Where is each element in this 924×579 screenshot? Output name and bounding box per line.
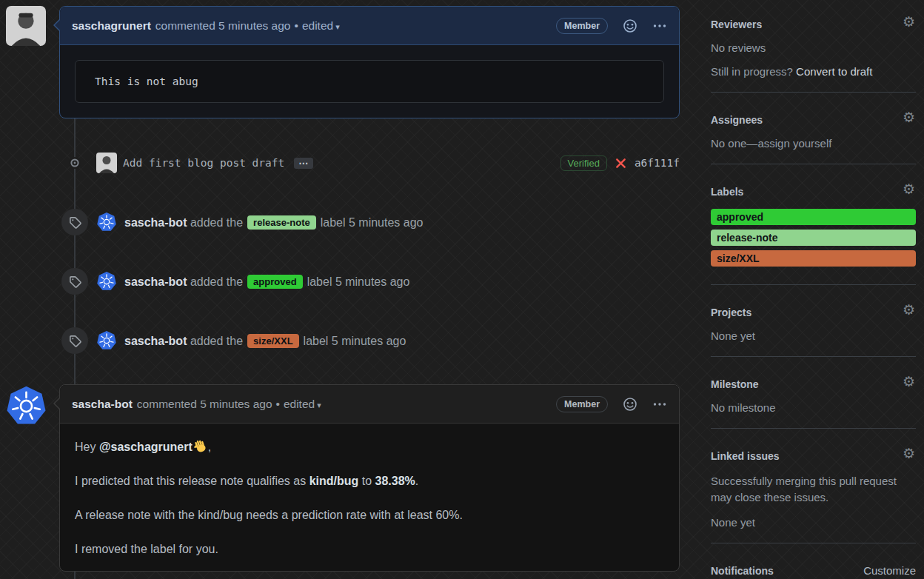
- timeline-event-label-added: sascha-bot added thesize/XXLlabel 5 minu…: [59, 327, 680, 355]
- member-badge: Member: [556, 396, 608, 412]
- comment-saschagrunert: saschagrunert commented 5 minutes ago • …: [59, 6, 680, 118]
- label-chip[interactable]: release-note: [247, 215, 316, 230]
- comment-author[interactable]: sascha-bot: [72, 398, 133, 411]
- code-block: This is not abug: [75, 60, 664, 103]
- chevron-down-icon: ▾: [335, 22, 340, 31]
- add-reaction-button[interactable]: [622, 396, 638, 412]
- section-title: Projects⚙: [711, 306, 916, 319]
- section-title: Reviewers⚙: [711, 18, 916, 31]
- avatar-sascha-bot[interactable]: [5, 385, 47, 427]
- commit-hash-link[interactable]: a6f111f: [635, 157, 680, 169]
- gear-icon[interactable]: ⚙: [903, 375, 915, 389]
- assign-yourself-link[interactable]: assign yourself: [757, 137, 831, 150]
- smiley-icon: [622, 18, 638, 34]
- chevron-down-icon: ▾: [317, 401, 321, 409]
- kubernetes-bot-avatar[interactable]: [96, 212, 117, 232]
- gear-icon[interactable]: ⚙: [903, 15, 915, 29]
- sidebar-section-assignees: Assignees⚙ No one—assign yourself: [711, 113, 916, 164]
- verified-badge[interactable]: Verified: [560, 155, 607, 171]
- comment-header: sascha-bot commented 5 minutes ago • edi…: [60, 385, 679, 424]
- member-badge: Member: [556, 18, 608, 34]
- user-mention-link[interactable]: @saschagrunert: [99, 441, 192, 453]
- commit-status-group: Verified a6f111f: [560, 155, 680, 171]
- add-reaction-button[interactable]: [622, 18, 638, 34]
- sidebar-section-projects: Projects⚙ None yet: [711, 306, 916, 357]
- event-actor-link[interactable]: sascha-bot: [124, 216, 187, 229]
- comment-body: Hey @saschagrunert, I predicted that thi…: [60, 424, 679, 579]
- person-photo-icon: [6, 6, 46, 46]
- comment-options-button[interactable]: [652, 19, 667, 33]
- comment-timestamp[interactable]: commented 5 minutes ago: [155, 19, 291, 33]
- kubernetes-bot-avatar[interactable]: [96, 271, 117, 292]
- waving-hand-emoji-icon: [193, 439, 207, 453]
- convert-to-draft-link[interactable]: Convert to draft: [796, 65, 872, 78]
- comment-paragraph: I predicted that this release note quali…: [75, 472, 664, 490]
- kebab-icon: [652, 397, 667, 412]
- customize-notifications-link[interactable]: Customize: [863, 564, 916, 578]
- linked-issues-description: Successfully merging this pull request m…: [711, 473, 916, 506]
- sidebar: Reviewers⚙ No reviews Still in progress?…: [711, 18, 916, 579]
- sidebar-section-milestone: Milestone⚙ No milestone: [711, 378, 916, 429]
- comment-timestamp[interactable]: commented 5 minutes ago: [137, 398, 272, 411]
- event-badge: [61, 268, 88, 295]
- event-text: sascha-bot added theapprovedlabel 5 minu…: [124, 275, 409, 289]
- timeline-event-label-added: sascha-bot added theapprovedlabel 5 minu…: [59, 267, 680, 295]
- commit-row: Add first blog post draft ⋯ Verified a6f…: [59, 153, 680, 173]
- gear-icon[interactable]: ⚙: [903, 446, 915, 461]
- smiley-icon: [622, 396, 638, 412]
- commit-node-icon: [69, 157, 81, 169]
- sidebar-section-reviewers: Reviewers⚙ No reviews Still in progress?…: [711, 18, 916, 93]
- meta-separator: •: [276, 398, 280, 411]
- sidebar-label-size-xxl[interactable]: size/XXL: [711, 250, 916, 267]
- reviewers-empty-text: No reviews: [711, 41, 916, 55]
- comment-options-button[interactable]: [652, 397, 667, 412]
- tag-icon: [69, 335, 81, 347]
- tag-icon: [69, 275, 81, 288]
- linked-issues-empty-text: None yet: [711, 516, 916, 529]
- gear-icon[interactable]: ⚙: [903, 110, 915, 124]
- edited-dropdown[interactable]: edited▾: [302, 19, 340, 33]
- avatar-saschagrunert[interactable]: [6, 6, 46, 46]
- event-badge: [61, 327, 88, 354]
- sidebar-section-linked-issues: Linked issues⚙ Successfully merging this…: [711, 449, 916, 543]
- projects-empty-text: None yet: [711, 329, 916, 343]
- event-actor-link[interactable]: sascha-bot: [124, 275, 187, 288]
- event-text: sascha-bot added therelease-notelabel 5 …: [124, 215, 423, 230]
- check-failed-icon[interactable]: [615, 158, 626, 169]
- commit-message-link[interactable]: Add first blog post draft: [123, 157, 284, 169]
- label-chip[interactable]: size/XXL: [247, 334, 298, 348]
- tag-icon: [69, 216, 81, 229]
- comment-paragraph: A release note with the kind/bug needs a…: [75, 506, 664, 524]
- gear-icon[interactable]: ⚙: [903, 182, 915, 196]
- comment-paragraph: I removed the label for you.: [75, 540, 664, 558]
- kubernetes-bot-avatar[interactable]: [96, 330, 117, 351]
- comment-author[interactable]: saschagrunert: [72, 19, 151, 33]
- person-photo-icon: [96, 153, 117, 173]
- event-badge: [61, 209, 88, 235]
- comment-body: This is not abug: [60, 60, 679, 103]
- label-chip[interactable]: approved: [247, 275, 303, 289]
- timeline-event-label-added: sascha-bot added therelease-notelabel 5 …: [59, 208, 680, 236]
- section-title: Labels⚙: [711, 185, 916, 198]
- assignees-empty-text: No one—assign yourself: [711, 137, 916, 150]
- commit-expander-button[interactable]: ⋯: [294, 158, 313, 169]
- pull-request-conversation-page: saschagrunert commented 5 minutes ago • …: [0, 0, 924, 579]
- convert-to-draft-row: Still in progress? Convert to draft: [711, 65, 916, 78]
- section-title: Milestone⚙: [711, 378, 916, 391]
- event-actor-link[interactable]: sascha-bot: [124, 335, 187, 347]
- kebab-icon: [652, 19, 667, 33]
- edited-dropdown[interactable]: edited▾: [284, 398, 321, 411]
- event-text: sascha-bot added thesize/XXLlabel 5 minu…: [124, 334, 406, 348]
- comment-sascha-bot: sascha-bot commented 5 minutes ago • edi…: [59, 384, 680, 572]
- sidebar-label-approved[interactable]: approved: [711, 209, 916, 225]
- section-title: Linked issues⚙: [711, 449, 916, 463]
- sidebar-section-notifications: NotificationsCustomize: [711, 564, 916, 578]
- milestone-empty-text: No milestone: [711, 401, 916, 415]
- section-title: NotificationsCustomize: [711, 564, 916, 578]
- meta-separator: •: [294, 19, 298, 33]
- comment-header: saschagrunert commented 5 minutes ago • …: [60, 7, 679, 45]
- gear-icon[interactable]: ⚙: [903, 303, 915, 317]
- section-title: Assignees⚙: [711, 113, 916, 127]
- sidebar-label-release-note[interactable]: release-note: [711, 230, 916, 246]
- commit-author-avatar[interactable]: [96, 153, 117, 173]
